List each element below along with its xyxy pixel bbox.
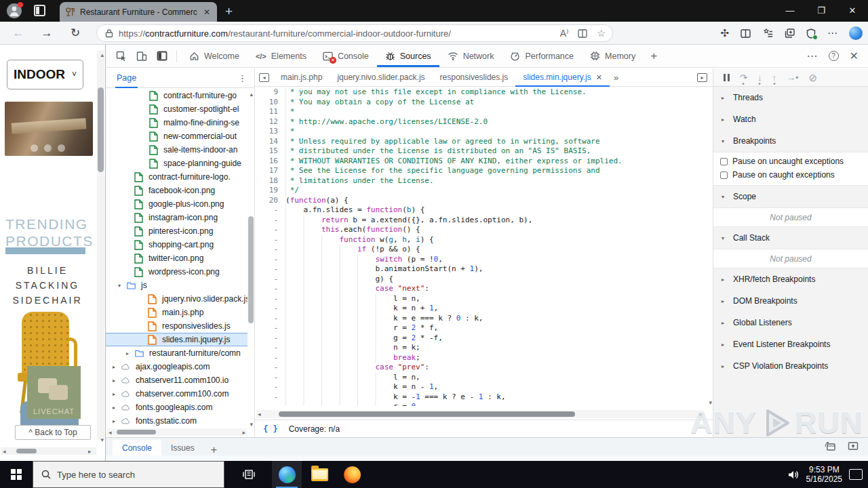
code-line[interactable]: 9 * you may not use this file except in … <box>255 87 705 98</box>
devtools-help-icon[interactable]: ? <box>829 51 839 61</box>
window-restore-button[interactable]: ❐ <box>806 0 837 22</box>
devtools-close-icon[interactable]: ✕ <box>850 49 859 62</box>
category-select[interactable]: INDOOR ˅ <box>7 60 83 89</box>
expanded-arrow-icon[interactable]: ▾ <box>118 283 127 289</box>
tree-item-shopping-cart-png[interactable]: shopping-cart.png <box>106 238 248 251</box>
line-number[interactable]: - <box>255 235 285 245</box>
code-line[interactable]: - g) { <box>255 274 705 285</box>
drawer-expand-icon[interactable] <box>848 441 859 451</box>
line-number[interactable]: 17 <box>255 166 285 176</box>
line-number[interactable]: - <box>255 343 285 353</box>
forward-button[interactable]: → <box>38 24 56 42</box>
editor-tab-slides-min-jquery-js[interactable]: slides.min.jquery.js✕ <box>515 68 610 87</box>
debugger-section-global-listeners[interactable]: ▸Global Listeners <box>713 312 868 333</box>
taskbar-explorer-button[interactable] <box>304 461 334 488</box>
step-into-icon[interactable]: ↓ <box>757 73 762 82</box>
code-line[interactable]: - if (!p && o) { <box>255 245 705 255</box>
code-viewer[interactable]: 9 * you may not use this file except in … <box>255 87 705 406</box>
scroll-left-icon[interactable]: ◂ <box>258 411 261 418</box>
line-number[interactable]: 19 <box>255 186 285 196</box>
product-title[interactable]: BILLIE STACKING SIDECHAIR <box>0 263 95 308</box>
slider-dot[interactable] <box>31 144 38 152</box>
code-line[interactable]: - r = 2 * f, <box>255 323 705 333</box>
code-line[interactable]: - n = k; <box>255 343 705 353</box>
tree-item-responsiveslides-js[interactable]: responsiveslides.js <box>106 319 248 333</box>
code-line[interactable]: 17 * See the License for the specific la… <box>255 166 705 176</box>
scroll-right-icon[interactable]: ▸ <box>88 448 92 455</box>
tree-item-google-plus-icon-png[interactable]: google-plus-icon.png <box>106 197 248 211</box>
scroll-up-icon[interactable]: ▴ <box>100 52 104 58</box>
editor-tab-jquery-nivo-slider-pack-js[interactable]: jquery.nivo.slider.pack.js <box>330 68 432 87</box>
taskbar-search[interactable]: Type here to search <box>33 461 224 488</box>
checkbox-unchecked[interactable] <box>720 158 728 165</box>
line-number[interactable]: - <box>255 402 285 406</box>
code-line[interactable]: - function w(g, h, i) { <box>255 235 705 245</box>
taskbar-edge-button[interactable] <box>272 461 302 488</box>
scroll-left-icon[interactable]: ◂ <box>108 429 112 436</box>
code-line[interactable]: 10 * You may obtain a copy of the Licens… <box>255 98 705 108</box>
line-number[interactable]: 14 <box>255 137 285 147</box>
tree-item-twitter-icon-png[interactable]: twitter-icon.png <box>106 251 248 265</box>
code-line[interactable]: - k = e === k ? 0 : k, <box>255 314 705 324</box>
navigator-horizontal-thumb[interactable] <box>117 430 156 434</box>
debugger-section-watch[interactable]: ▸Watch <box>713 108 868 130</box>
line-number[interactable]: - <box>255 353 285 363</box>
task-view-button[interactable] <box>234 461 264 488</box>
collapsed-arrow-icon[interactable]: ▸ <box>113 418 121 424</box>
refresh-button[interactable]: ↻ <box>66 24 84 42</box>
copilot-icon[interactable] <box>849 26 863 40</box>
collapsed-arrow-icon[interactable]: ▸ <box>113 378 121 384</box>
browser-essentials-icon[interactable]: ✣ <box>720 27 729 39</box>
code-line[interactable]: 11 * <box>255 107 705 117</box>
devtools-tab-welcome[interactable]: Welcome <box>181 45 248 67</box>
tree-item-sale-items-indoor-an[interactable]: sale-items-indoor-an <box>106 143 248 157</box>
scroll-down-icon[interactable]: ▾ <box>250 421 253 428</box>
scroll-right-icon[interactable]: ▸ <box>242 429 245 436</box>
code-line[interactable]: 13 * <box>255 127 705 137</box>
line-number[interactable]: - <box>255 304 285 314</box>
code-line[interactable]: 18 * limitations under the License. <box>255 176 705 186</box>
checkbox-unchecked[interactable] <box>720 171 728 179</box>
line-number[interactable]: - <box>255 216 285 226</box>
navigator-tab-page[interactable]: Page <box>115 68 138 88</box>
line-number[interactable]: - <box>255 323 285 333</box>
tree-item-chatserver-comm100-com[interactable]: ▸chatserver.comm100.com <box>106 387 248 401</box>
start-button[interactable] <box>0 461 33 488</box>
navigator-scrollbar-thumb[interactable] <box>248 216 254 323</box>
line-number[interactable]: 12 <box>255 117 285 127</box>
tab-close-icon[interactable]: ✕ <box>202 7 212 17</box>
collections-icon[interactable] <box>785 28 795 38</box>
device-toolbar-icon[interactable] <box>136 51 147 62</box>
code-line[interactable]: - g = 2 * -f, <box>255 333 705 344</box>
tree-item-pinterest-icon-png[interactable]: pinterest-icon.png <box>106 224 248 238</box>
code-line[interactable]: - break; <box>255 353 705 363</box>
line-number[interactable]: - <box>255 225 285 235</box>
code-line[interactable]: - return b = a.extend({}, a.fn.slides.op… <box>255 216 705 226</box>
deactivate-breakpoints-icon[interactable]: ⊘ <box>808 73 817 82</box>
defender-shield-icon[interactable] <box>806 28 816 39</box>
line-number[interactable]: - <box>255 245 285 255</box>
tree-item-ajax-googleapis-com[interactable]: ▸ajax.googleapis.com <box>106 360 248 373</box>
devtools-tab-elements[interactable]: </>Elements <box>248 45 315 67</box>
profile-avatar[interactable] <box>7 3 22 18</box>
line-number[interactable]: - <box>255 373 285 383</box>
slider-dot[interactable] <box>44 144 52 152</box>
code-line[interactable]: 16 * WITHOUT WARRANTIES OR CONDITIONS OF… <box>255 157 705 167</box>
line-number[interactable]: - <box>255 205 285 216</box>
editor-tab-main-js-php[interactable]: main.js.php <box>273 68 330 87</box>
code-line[interactable]: 19 */ <box>255 186 705 196</box>
page-horizontal-scrollbar-thumb[interactable] <box>16 449 37 453</box>
tree-item-restaurant-furniture-comn[interactable]: ▸restaurant-furniture/comn <box>106 346 248 360</box>
line-number[interactable]: - <box>255 314 285 324</box>
devtools-tab-memory[interactable]: Memory <box>582 45 644 67</box>
split-screen-icon[interactable] <box>741 29 751 38</box>
code-line[interactable]: 12 * http://www.apache.org/licenses/LICE… <box>255 117 705 127</box>
checkbox-row-pause-on-caught-exceptions[interactable]: Pause on caught exceptions <box>713 168 868 182</box>
scroll-up-icon[interactable]: ▴ <box>250 91 253 98</box>
settings-more-icon[interactable]: ⋯ <box>827 27 837 39</box>
tree-item-instagram-icon-png[interactable]: instagram-icon.png <box>106 211 248 224</box>
window-minimize-button[interactable]: — <box>774 0 806 22</box>
devtools-tab-network[interactable]: Network <box>439 45 502 67</box>
volume-icon[interactable] <box>788 470 800 480</box>
debugger-section-event-listener-breakpoints[interactable]: ▸Event Listener Breakpoints <box>713 333 868 355</box>
